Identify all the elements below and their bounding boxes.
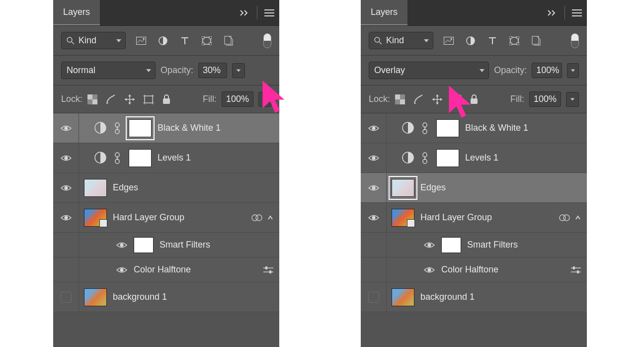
visibility-toggle[interactable] [53, 282, 79, 312]
filter-type-icons [135, 35, 235, 46]
visibility-toggle[interactable] [361, 173, 387, 202]
layer-thumb[interactable] [84, 288, 107, 306]
layer-mask-thumb[interactable] [129, 149, 152, 167]
link-rings-icon[interactable] [251, 214, 262, 222]
layer-row[interactable]: Hard Layer Group [53, 203, 279, 233]
filter-toggle[interactable] [571, 33, 579, 48]
opacity-chevron[interactable] [232, 63, 245, 78]
opacity-chevron[interactable] [567, 63, 579, 78]
fill-chevron[interactable] [258, 92, 271, 107]
layer-name: Black & White 1 [158, 123, 221, 133]
blend-opacity-row: Normal Opacity: 30% [53, 56, 279, 86]
link-rings-icon[interactable] [559, 214, 570, 222]
fill-value[interactable]: 100% [222, 91, 253, 107]
svg-rect-87 [577, 270, 579, 273]
filter-kind-select[interactable]: Kind [369, 32, 433, 49]
filter-type-text-icon[interactable] [178, 35, 191, 46]
lock-artboard-icon[interactable] [451, 94, 462, 104]
layer-thumb[interactable] [392, 179, 414, 197]
panel-menu-icon[interactable] [567, 0, 587, 25]
layer-row[interactable]: Black & White 1 [361, 113, 587, 143]
layer-row[interactable]: Edges [53, 173, 279, 203]
filter-pixel-icon[interactable] [135, 35, 148, 46]
layer-thumb[interactable] [392, 209, 414, 227]
layer-thumb[interactable] [84, 179, 107, 197]
visibility-toggle[interactable] [53, 143, 79, 173]
fill-chevron[interactable] [566, 92, 579, 107]
layers-tab[interactable]: Layers [53, 0, 100, 25]
filter-toggle[interactable] [263, 33, 271, 48]
opacity-value[interactable]: 100% [532, 63, 562, 78]
collapse-icon[interactable] [235, 0, 255, 25]
lock-transparency-icon[interactable] [395, 94, 405, 104]
layers-panel: Layers Kind Overlay Opacity: [361, 0, 587, 347]
layer-row[interactable]: background 1 [53, 282, 279, 312]
visibility-toggle[interactable] [361, 113, 387, 143]
fill-value[interactable]: 100% [529, 91, 561, 107]
layer-row[interactable]: Levels 1 [53, 143, 279, 173]
filter-settings-icon[interactable] [571, 266, 581, 274]
visibility-toggle[interactable] [53, 173, 79, 202]
layer-mask-thumb[interactable] [436, 149, 459, 167]
layer-thumb[interactable] [84, 209, 107, 227]
lock-transparency-icon[interactable] [87, 94, 97, 104]
layer-row-child[interactable]: Smart Filters [53, 233, 279, 258]
filter-mask-thumb[interactable] [441, 237, 461, 253]
layer-row[interactable]: Hard Layer Group [361, 203, 587, 233]
opacity-value[interactable]: 30% [198, 63, 227, 78]
filter-row: Kind [53, 26, 279, 56]
lock-artboard-icon[interactable] [143, 94, 154, 104]
visibility-toggle[interactable] [361, 143, 387, 173]
filter-shape-icon[interactable] [508, 35, 521, 46]
visibility-toggle[interactable] [361, 203, 387, 232]
svg-rect-58 [452, 96, 460, 103]
layer-mask-thumb[interactable] [129, 119, 152, 137]
collapse-arrow-icon[interactable] [575, 215, 581, 221]
layer-row[interactable]: Levels 1 [361, 143, 587, 173]
svg-point-3 [143, 38, 145, 39]
visibility-toggle[interactable] [53, 113, 79, 143]
filter-row: Kind [361, 26, 587, 56]
svg-rect-14 [145, 96, 153, 103]
blend-mode-select[interactable]: Overlay [369, 62, 489, 79]
lock-all-icon[interactable] [162, 94, 171, 104]
collapse-arrow-icon[interactable] [267, 215, 273, 221]
layer-row-child[interactable]: Smart Filters [361, 233, 587, 258]
layer-name: Levels 1 [465, 153, 498, 163]
filter-type-text-icon[interactable] [486, 35, 499, 46]
filter-shape-icon[interactable] [200, 35, 213, 46]
visibility-toggle[interactable] [116, 264, 128, 276]
chevron-down-icon [480, 69, 484, 72]
blend-mode-select[interactable]: Normal [61, 62, 156, 79]
lock-paint-icon[interactable] [413, 94, 424, 105]
filter-smart-icon[interactable] [222, 35, 235, 46]
layer-row-child[interactable]: Color Halftone [361, 258, 587, 282]
filter-pixel-icon[interactable] [442, 35, 455, 46]
visibility-toggle[interactable] [423, 264, 435, 276]
filter-adjustment-icon[interactable] [157, 35, 169, 46]
svg-point-29 [64, 156, 68, 160]
lock-all-icon[interactable] [470, 94, 479, 104]
filter-smart-icon[interactable] [530, 35, 543, 46]
layer-row[interactable]: Black & White 1 [53, 113, 279, 143]
collapse-icon[interactable] [543, 0, 563, 25]
layer-mask-thumb[interactable] [436, 119, 459, 137]
panel-menu-icon[interactable] [259, 0, 279, 25]
layer-row[interactable]: Edges [361, 173, 587, 203]
layer-thumb[interactable] [392, 288, 414, 306]
layer-row-child[interactable]: Color Halftone [53, 258, 279, 282]
visibility-toggle[interactable] [116, 239, 128, 251]
lock-paint-icon[interactable] [105, 94, 116, 105]
layers-tab[interactable]: Layers [361, 0, 407, 25]
lock-position-icon[interactable] [124, 94, 135, 105]
visibility-toggle[interactable] [361, 282, 387, 312]
filter-mask-thumb[interactable] [134, 237, 154, 253]
filter-kind-select[interactable]: Kind [61, 32, 126, 49]
lock-position-icon[interactable] [432, 94, 443, 105]
visibility-toggle[interactable] [423, 239, 435, 251]
panel-header: Layers [361, 0, 587, 26]
filter-adjustment-icon[interactable] [464, 35, 477, 46]
visibility-toggle[interactable] [53, 203, 79, 232]
filter-settings-icon[interactable] [263, 266, 273, 274]
layer-row[interactable]: background 1 [361, 282, 587, 312]
